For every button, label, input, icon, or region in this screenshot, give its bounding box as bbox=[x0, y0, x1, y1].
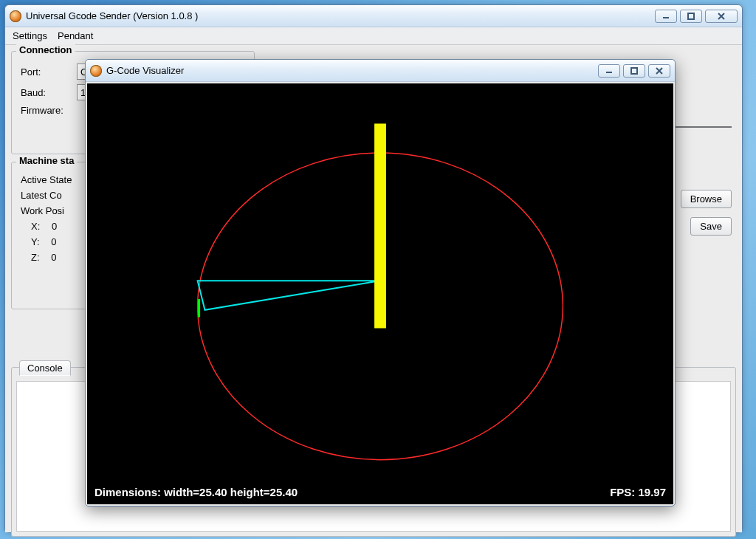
menubar: Settings Pendant bbox=[5, 27, 742, 45]
tool-indicator bbox=[374, 123, 386, 328]
visualizer-window: G-Code Visualizer Dimensions: width=25.4… bbox=[85, 59, 676, 507]
fps-readout: FPS: 19.97 bbox=[610, 486, 666, 498]
baud-label: Baud: bbox=[21, 87, 72, 98]
main-titlebar[interactable]: Universal Gcode Sender (Version 1.0.8 ) bbox=[5, 5, 742, 27]
minimize-button[interactable] bbox=[598, 64, 620, 78]
right-buttons: Browse Save bbox=[681, 190, 732, 236]
maximize-button[interactable] bbox=[623, 64, 645, 78]
x-label: X: bbox=[31, 221, 40, 232]
java-icon bbox=[90, 65, 102, 77]
menu-pendant[interactable]: Pendant bbox=[58, 30, 93, 41]
window-buttons bbox=[655, 10, 738, 23]
save-button[interactable]: Save bbox=[690, 217, 732, 236]
tab-console[interactable]: Console bbox=[19, 360, 71, 376]
z-value: 0 bbox=[51, 252, 56, 263]
svg-rect-1 bbox=[631, 68, 637, 74]
visualizer-canvas[interactable]: Dimensions: width=25.40 height=25.40 FPS… bbox=[87, 83, 673, 504]
toolpath-triangle bbox=[198, 281, 380, 310]
java-icon bbox=[10, 10, 21, 22]
close-button[interactable] bbox=[648, 64, 670, 78]
active-state-label: Active State bbox=[21, 174, 72, 185]
maximize-button[interactable] bbox=[680, 10, 702, 23]
connection-legend: Connection bbox=[16, 44, 75, 55]
menu-settings[interactable]: Settings bbox=[13, 30, 47, 41]
latest-label: Latest Co bbox=[21, 190, 62, 201]
main-title: Universal Gcode Sender (Version 1.0.8 ) bbox=[26, 10, 198, 21]
gcode-plot bbox=[87, 83, 673, 504]
visualizer-titlebar[interactable]: G-Code Visualizer bbox=[86, 60, 675, 82]
y-value: 0 bbox=[51, 236, 56, 247]
minimize-button[interactable] bbox=[655, 10, 677, 23]
y-label: Y: bbox=[31, 236, 40, 247]
browse-button[interactable]: Browse bbox=[681, 190, 732, 208]
firmware-label: Firmware: bbox=[21, 105, 78, 116]
work-pos-label: Work Posi bbox=[21, 205, 64, 216]
dimensions-readout: Dimensions: width=25.40 height=25.40 bbox=[94, 486, 298, 498]
machine-legend: Machine sta bbox=[16, 155, 77, 166]
x-value: 0 bbox=[52, 221, 57, 232]
svg-rect-0 bbox=[688, 13, 694, 19]
visualizer-window-buttons bbox=[598, 64, 670, 78]
visualizer-title: G-Code Visualizer bbox=[106, 65, 184, 76]
close-button[interactable] bbox=[705, 10, 738, 23]
port-label: Port: bbox=[21, 66, 72, 78]
z-label: Z: bbox=[31, 252, 40, 263]
